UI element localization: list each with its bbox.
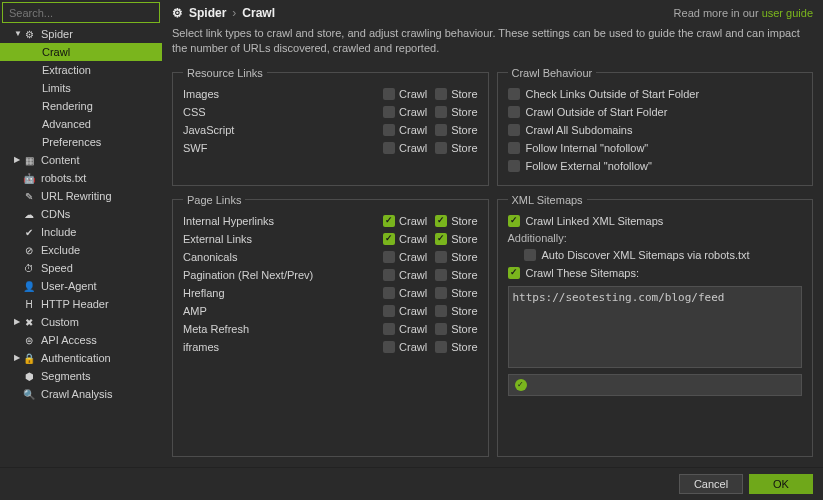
store-checkbox[interactable] xyxy=(435,287,447,299)
ok-button[interactable]: OK xyxy=(749,474,813,494)
sidebar-item-limits[interactable]: ▶Limits xyxy=(0,79,162,97)
sidebar-item-robots-txt[interactable]: ▶🤖robots.txt xyxy=(0,169,162,187)
crawl-checkbox[interactable] xyxy=(383,323,395,335)
store-checkbox[interactable] xyxy=(435,142,447,154)
main-panel: ⚙ Spider › Crawl Read more in our user g… xyxy=(162,0,823,467)
sidebar-item-label: Authentication xyxy=(41,352,111,364)
store-label: Store xyxy=(451,305,477,317)
crawl-label: Crawl xyxy=(399,106,427,118)
analysis-icon: 🔍 xyxy=(22,387,36,401)
sidebar-item-label: API Access xyxy=(41,334,97,346)
store-checkbox[interactable] xyxy=(435,233,447,245)
crawl-checkbox[interactable] xyxy=(383,233,395,245)
nav-tree: ▼⚙Spider▶Crawl▶Extraction▶Limits▶Renderi… xyxy=(0,25,162,467)
sidebar-item-label: Rendering xyxy=(42,100,93,112)
crawl-label: Crawl xyxy=(399,287,427,299)
status-ok-icon: ✓ xyxy=(515,379,527,391)
store-checkbox[interactable] xyxy=(435,341,447,353)
store-checkbox[interactable] xyxy=(435,305,447,317)
store-label: Store xyxy=(451,106,477,118)
speed-icon: ⏱ xyxy=(22,261,36,275)
behaviour-row: Crawl Outside of Start Folder xyxy=(508,103,803,121)
store-checkbox[interactable] xyxy=(435,215,447,227)
sidebar-item-url-rewriting[interactable]: ▶✎URL Rewriting xyxy=(0,187,162,205)
description: Select link types to crawl and store, an… xyxy=(162,26,823,67)
crawl-checkbox[interactable] xyxy=(383,142,395,154)
pencil-icon: ✎ xyxy=(22,189,36,203)
sidebar-item-extraction[interactable]: ▶Extraction xyxy=(0,61,162,79)
crawl-linked-checkbox[interactable] xyxy=(508,215,520,227)
sidebar-item-crawl[interactable]: ▶Crawl xyxy=(0,43,162,61)
crawl-checkbox[interactable] xyxy=(383,88,395,100)
autodiscover-label: Auto Discover XML Sitemaps via robots.tx… xyxy=(542,249,750,261)
store-label: Store xyxy=(451,142,477,154)
sidebar-item-rendering[interactable]: ▶Rendering xyxy=(0,97,162,115)
crawl-checkbox[interactable] xyxy=(383,106,395,118)
crawl-checkbox[interactable] xyxy=(383,305,395,317)
crawl-behaviour-title: Crawl Behaviour xyxy=(508,67,597,79)
sidebar-item-cdns[interactable]: ▶☁CDNs xyxy=(0,205,162,223)
sidebar-item-label: Spider xyxy=(41,28,73,40)
store-checkbox[interactable] xyxy=(435,88,447,100)
option-label: JavaScript xyxy=(183,124,375,136)
sidebar-item-preferences[interactable]: ▶Preferences xyxy=(0,133,162,151)
option-row: Internal HyperlinksCrawlStore xyxy=(183,212,478,230)
store-checkbox[interactable] xyxy=(435,251,447,263)
page-links-panel: Page Links Internal HyperlinksCrawlStore… xyxy=(172,194,489,457)
crawl-label: Crawl xyxy=(399,215,427,227)
crawl-label: Crawl xyxy=(399,323,427,335)
sidebar-item-label: Crawl xyxy=(42,46,70,58)
store-checkbox[interactable] xyxy=(435,106,447,118)
sidebar-item-label: robots.txt xyxy=(41,172,86,184)
autodiscover-checkbox[interactable] xyxy=(524,249,536,261)
crawl-label: Crawl xyxy=(399,142,427,154)
behaviour-checkbox[interactable] xyxy=(508,142,520,154)
sidebar-item-label: Limits xyxy=(42,82,71,94)
behaviour-checkbox[interactable] xyxy=(508,88,520,100)
crawl-checkbox[interactable] xyxy=(383,269,395,281)
crawl-these-checkbox[interactable] xyxy=(508,267,520,279)
sidebar-item-authentication[interactable]: ▶🔒Authentication xyxy=(0,349,162,367)
store-checkbox[interactable] xyxy=(435,323,447,335)
sidebar-item-label: Advanced xyxy=(42,118,91,130)
sidebar-item-speed[interactable]: ▶⏱Speed xyxy=(0,259,162,277)
sidebar-item-label: URL Rewriting xyxy=(41,190,112,202)
sidebar-item-http-header[interactable]: ▶HHTTP Header xyxy=(0,295,162,313)
sidebar-item-content[interactable]: ▶▦Content xyxy=(0,151,162,169)
sidebar-item-label: Speed xyxy=(41,262,73,274)
behaviour-row: Follow Internal "nofollow" xyxy=(508,139,803,157)
sidebar-item-label: Extraction xyxy=(42,64,91,76)
sidebar-item-user-agent[interactable]: ▶👤User-Agent xyxy=(0,277,162,295)
option-label: Hreflang xyxy=(183,287,375,299)
sidebar-item-label: HTTP Header xyxy=(41,298,109,310)
behaviour-checkbox[interactable] xyxy=(508,124,520,136)
store-checkbox[interactable] xyxy=(435,269,447,281)
sidebar-item-exclude[interactable]: ▶⊘Exclude xyxy=(0,241,162,259)
resource-links-panel: Resource Links ImagesCrawlStoreCSSCrawlS… xyxy=(172,67,489,186)
crawl-checkbox[interactable] xyxy=(383,287,395,299)
sidebar-item-include[interactable]: ▶✔Include xyxy=(0,223,162,241)
option-row: iframesCrawlStore xyxy=(183,338,478,356)
breadcrumb-sep: › xyxy=(232,6,236,20)
sidebar-item-crawl-analysis[interactable]: ▶🔍Crawl Analysis xyxy=(0,385,162,403)
sidebar-item-label: User-Agent xyxy=(41,280,97,292)
behaviour-label: Follow External "nofollow" xyxy=(526,160,652,172)
sidebar-item-advanced[interactable]: ▶Advanced xyxy=(0,115,162,133)
crawl-label: Crawl xyxy=(399,341,427,353)
behaviour-checkbox[interactable] xyxy=(508,106,520,118)
behaviour-checkbox[interactable] xyxy=(508,160,520,172)
crawl-label: Crawl xyxy=(399,251,427,263)
sidebar-item-custom[interactable]: ▶✖Custom xyxy=(0,313,162,331)
store-checkbox[interactable] xyxy=(435,124,447,136)
user-guide-link[interactable]: user guide xyxy=(762,7,813,19)
sidebar-item-spider[interactable]: ▼⚙Spider xyxy=(0,25,162,43)
crawl-checkbox[interactable] xyxy=(383,341,395,353)
search-input[interactable] xyxy=(2,2,160,23)
crawl-checkbox[interactable] xyxy=(383,124,395,136)
crawl-checkbox[interactable] xyxy=(383,215,395,227)
sidebar-item-segments[interactable]: ▶⬢Segments xyxy=(0,367,162,385)
sidebar-item-api-access[interactable]: ▶⊜API Access xyxy=(0,331,162,349)
sitemap-textarea[interactable] xyxy=(508,286,803,368)
crawl-checkbox[interactable] xyxy=(383,251,395,263)
cancel-button[interactable]: Cancel xyxy=(679,474,743,494)
